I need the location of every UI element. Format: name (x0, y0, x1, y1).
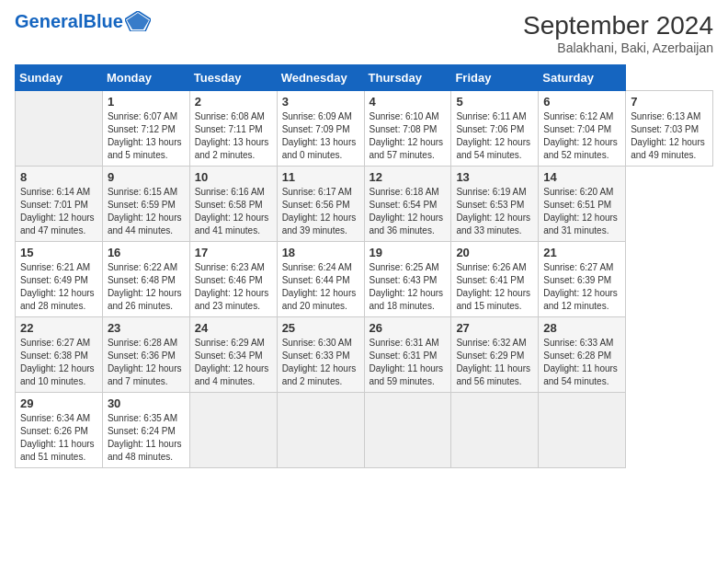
day-info: Sunrise: 6:16 AMSunset: 6:58 PMDaylight:… (195, 186, 272, 237)
day-cell: 11Sunrise: 6:17 AMSunset: 6:56 PMDayligh… (277, 167, 364, 242)
day-number: 14 (543, 170, 620, 184)
day-info: Sunrise: 6:14 AMSunset: 7:01 PMDaylight:… (20, 186, 97, 237)
day-cell: 6Sunrise: 6:12 AMSunset: 7:04 PMDaylight… (539, 91, 626, 167)
day-number: 30 (108, 396, 185, 410)
day-info: Sunrise: 6:23 AMSunset: 6:46 PMDaylight:… (195, 261, 272, 313)
day-info: Sunrise: 6:27 AMSunset: 6:39 PMDaylight:… (543, 261, 620, 313)
week-row-4: 22Sunrise: 6:27 AMSunset: 6:38 PMDayligh… (16, 317, 713, 393)
day-cell: 15Sunrise: 6:21 AMSunset: 6:49 PMDayligh… (16, 242, 103, 317)
day-cell: 5Sunrise: 6:11 AMSunset: 7:06 PMDaylight… (451, 91, 539, 167)
day-cell: 29Sunrise: 6:34 AMSunset: 6:26 PMDayligh… (16, 393, 103, 468)
day-info: Sunrise: 6:15 AMSunset: 6:59 PMDaylight:… (108, 186, 185, 237)
day-info: Sunrise: 6:30 AMSunset: 6:33 PMDaylight:… (282, 337, 359, 388)
day-info: Sunrise: 6:13 AMSunset: 7:03 PMDaylight:… (631, 110, 708, 162)
day-info: Sunrise: 6:34 AMSunset: 6:26 PMDaylight:… (20, 412, 97, 464)
day-info: Sunrise: 6:32 AMSunset: 6:29 PMDaylight:… (456, 337, 533, 388)
day-info: Sunrise: 6:33 AMSunset: 6:28 PMDaylight:… (543, 337, 620, 388)
day-cell: 16Sunrise: 6:22 AMSunset: 6:48 PMDayligh… (102, 242, 189, 317)
day-info: Sunrise: 6:10 AMSunset: 7:08 PMDaylight:… (370, 110, 447, 162)
day-cell: 21Sunrise: 6:27 AMSunset: 6:39 PMDayligh… (539, 242, 626, 317)
day-cell: 13Sunrise: 6:19 AMSunset: 6:53 PMDayligh… (451, 167, 539, 242)
month-title: September 2024 (523, 11, 713, 40)
day-info: Sunrise: 6:28 AMSunset: 6:36 PMDaylight:… (108, 337, 185, 388)
day-cell: 17Sunrise: 6:23 AMSunset: 6:46 PMDayligh… (189, 242, 277, 317)
day-number: 23 (108, 321, 185, 335)
header-row: SundayMondayTuesdayWednesdayThursdayFrid… (16, 65, 713, 91)
day-number: 13 (456, 170, 533, 184)
day-cell: 24Sunrise: 6:29 AMSunset: 6:34 PMDayligh… (189, 317, 277, 393)
day-info: Sunrise: 6:26 AMSunset: 6:41 PMDaylight:… (456, 261, 533, 313)
day-number: 16 (108, 246, 185, 259)
day-cell: 18Sunrise: 6:24 AMSunset: 6:44 PMDayligh… (277, 242, 364, 317)
day-cell: 7Sunrise: 6:13 AMSunset: 7:03 PMDaylight… (626, 91, 713, 167)
day-number: 11 (282, 170, 359, 184)
day-number: 6 (543, 95, 620, 109)
day-cell: 8Sunrise: 6:14 AMSunset: 7:01 PMDaylight… (16, 167, 103, 242)
day-cell: 3Sunrise: 6:09 AMSunset: 7:09 PMDaylight… (277, 91, 364, 167)
day-info: Sunrise: 6:07 AMSunset: 7:12 PMDaylight:… (108, 110, 185, 162)
day-number: 28 (543, 321, 620, 335)
day-cell (189, 393, 277, 468)
day-number: 22 (20, 321, 97, 335)
day-cell: 12Sunrise: 6:18 AMSunset: 6:54 PMDayligh… (364, 167, 451, 242)
day-cell: 14Sunrise: 6:20 AMSunset: 6:51 PMDayligh… (539, 167, 626, 242)
day-info: Sunrise: 6:11 AMSunset: 7:06 PMDaylight:… (456, 110, 533, 162)
week-row-2: 8Sunrise: 6:14 AMSunset: 7:01 PMDaylight… (16, 167, 713, 242)
col-header-monday: Monday (102, 65, 189, 91)
day-cell: 9Sunrise: 6:15 AMSunset: 6:59 PMDaylight… (102, 167, 189, 242)
day-cell: 23Sunrise: 6:28 AMSunset: 6:36 PMDayligh… (102, 317, 189, 393)
day-cell: 27Sunrise: 6:32 AMSunset: 6:29 PMDayligh… (451, 317, 539, 393)
day-info: Sunrise: 6:31 AMSunset: 6:31 PMDaylight:… (370, 337, 447, 388)
col-header-saturday: Saturday (539, 65, 626, 91)
day-cell: 20Sunrise: 6:26 AMSunset: 6:41 PMDayligh… (451, 242, 539, 317)
col-header-wednesday: Wednesday (277, 65, 364, 91)
day-number: 24 (195, 321, 272, 335)
day-cell (451, 393, 539, 468)
day-cell: 30Sunrise: 6:35 AMSunset: 6:24 PMDayligh… (102, 393, 189, 468)
day-number: 21 (543, 246, 620, 259)
page-container: GeneralBlue September 2024 Balakhani, Ba… (0, 0, 728, 476)
day-info: Sunrise: 6:24 AMSunset: 6:44 PMDaylight:… (282, 261, 359, 313)
day-cell: 26Sunrise: 6:31 AMSunset: 6:31 PMDayligh… (364, 317, 451, 393)
day-cell: 4Sunrise: 6:10 AMSunset: 7:08 PMDaylight… (364, 91, 451, 167)
day-number: 8 (20, 170, 97, 184)
day-info: Sunrise: 6:29 AMSunset: 6:34 PMDaylight:… (195, 337, 272, 388)
week-row-3: 15Sunrise: 6:21 AMSunset: 6:49 PMDayligh… (16, 242, 713, 317)
day-cell: 1Sunrise: 6:07 AMSunset: 7:12 PMDaylight… (102, 91, 189, 167)
col-header-sunday: Sunday (16, 65, 103, 91)
col-header-friday: Friday (451, 65, 539, 91)
day-number: 10 (195, 170, 272, 184)
logo-text: GeneralBlue (15, 12, 123, 30)
day-cell: 19Sunrise: 6:25 AMSunset: 6:43 PMDayligh… (364, 242, 451, 317)
day-cell: 2Sunrise: 6:08 AMSunset: 7:11 PMDaylight… (189, 91, 277, 167)
day-info: Sunrise: 6:27 AMSunset: 6:38 PMDaylight:… (20, 337, 97, 388)
day-number: 2 (195, 95, 272, 109)
day-cell: 10Sunrise: 6:16 AMSunset: 6:58 PMDayligh… (189, 167, 277, 242)
location: Balakhani, Baki, Azerbaijan (523, 40, 713, 55)
day-cell: 28Sunrise: 6:33 AMSunset: 6:28 PMDayligh… (539, 317, 626, 393)
day-info: Sunrise: 6:12 AMSunset: 7:04 PMDaylight:… (543, 110, 620, 162)
logo-icon (125, 11, 151, 31)
day-info: Sunrise: 6:35 AMSunset: 6:24 PMDaylight:… (108, 412, 185, 464)
day-info: Sunrise: 6:21 AMSunset: 6:49 PMDaylight:… (20, 261, 97, 313)
day-info: Sunrise: 6:19 AMSunset: 6:53 PMDaylight:… (456, 186, 533, 237)
calendar-table: SundayMondayTuesdayWednesdayThursdayFrid… (15, 64, 713, 468)
col-header-thursday: Thursday (364, 65, 451, 91)
day-cell: 25Sunrise: 6:30 AMSunset: 6:33 PMDayligh… (277, 317, 364, 393)
day-number: 15 (20, 246, 97, 259)
day-number: 29 (20, 396, 97, 410)
week-row-5: 29Sunrise: 6:34 AMSunset: 6:26 PMDayligh… (16, 393, 713, 468)
day-number: 9 (108, 170, 185, 184)
day-number: 12 (370, 170, 447, 184)
day-number: 5 (456, 95, 533, 109)
day-number: 7 (631, 95, 708, 109)
day-number: 3 (282, 95, 359, 109)
day-cell (539, 393, 626, 468)
day-number: 27 (456, 321, 533, 335)
day-info: Sunrise: 6:25 AMSunset: 6:43 PMDaylight:… (370, 261, 447, 313)
day-info: Sunrise: 6:08 AMSunset: 7:11 PMDaylight:… (195, 110, 272, 162)
day-number: 1 (108, 95, 185, 109)
header: GeneralBlue September 2024 Balakhani, Ba… (15, 11, 713, 55)
day-cell (16, 91, 103, 167)
day-info: Sunrise: 6:18 AMSunset: 6:54 PMDaylight:… (370, 186, 447, 237)
